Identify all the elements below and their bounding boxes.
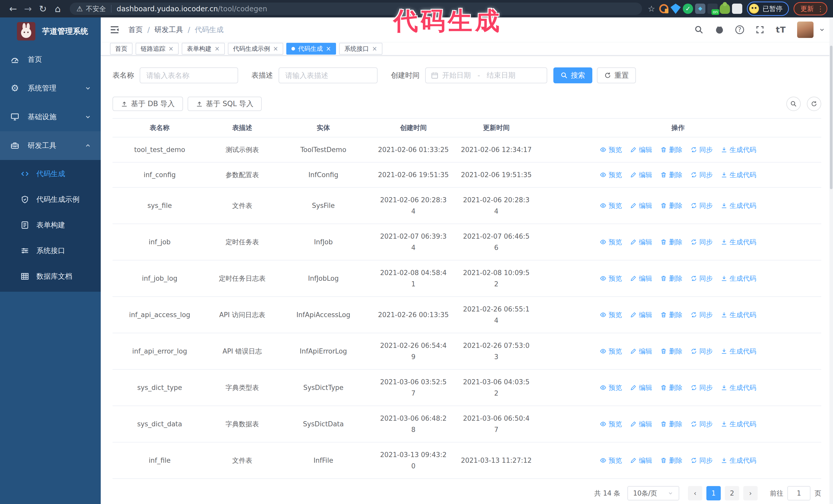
page-size-select[interactable]: 10条/页	[627, 486, 679, 500]
action-delete-link[interactable]: 删除	[660, 418, 682, 430]
browser-update-button[interactable]: 更新 ⋮	[793, 2, 827, 16]
search-button[interactable]: 搜索	[553, 67, 592, 83]
sidebar-item-infrastructure[interactable]: 基础设施	[0, 102, 101, 131]
bookmark-star-icon[interactable]: ☆	[648, 4, 655, 14]
browser-url-bar[interactable]: ⚠ 不安全 dashboard.yudao.iocoder.cn /tool/c…	[70, 3, 642, 15]
import-sql-button[interactable]: 基于 SQL 导入	[188, 97, 262, 111]
browser-menu-kebab-icon[interactable]: ⋮	[817, 5, 824, 13]
action-download-link[interactable]: 生成代码	[721, 418, 756, 430]
action-sync-link[interactable]: 同步	[690, 144, 713, 155]
action-delete-link[interactable]: 删除	[660, 273, 682, 284]
extension-icon[interactable]	[695, 4, 705, 14]
action-edit-link[interactable]: 编辑	[630, 345, 652, 357]
extension-icon[interactable]	[659, 4, 668, 13]
action-edit-link[interactable]: 编辑	[630, 169, 652, 181]
sidebar-item-system-api[interactable]: 系统接口	[0, 238, 101, 264]
next-page-button[interactable]: ›	[743, 486, 758, 500]
action-edit-link[interactable]: 编辑	[630, 455, 652, 466]
close-icon[interactable]: ×	[372, 45, 377, 52]
action-eye-link[interactable]: 预览	[600, 345, 622, 357]
tab-codegen-example[interactable]: 代码生成示例×	[228, 43, 283, 55]
import-db-button[interactable]: 基于 DB 导入	[113, 97, 183, 111]
goto-page-input[interactable]	[787, 486, 810, 500]
action-delete-link[interactable]: 删除	[660, 309, 682, 320]
browser-profile-chip[interactable]: 已暂停	[747, 2, 789, 16]
tab-system-api[interactable]: 系统接口×	[339, 43, 382, 55]
browser-reload-icon[interactable]: ↻	[35, 4, 50, 14]
url-path[interactable]: /tool/codegen	[218, 5, 267, 13]
action-eye-link[interactable]: 预览	[600, 418, 622, 430]
close-icon[interactable]: ×	[215, 45, 220, 52]
action-delete-link[interactable]: 删除	[660, 144, 682, 155]
action-sync-link[interactable]: 同步	[690, 169, 713, 181]
action-eye-link[interactable]: 预览	[600, 273, 622, 284]
breadcrumb-dev-tools[interactable]: 研发工具	[154, 25, 183, 34]
scrollbar-thumb[interactable]	[830, 46, 832, 189]
action-edit-link[interactable]: 编辑	[630, 309, 652, 320]
tab-home[interactable]: 首页	[110, 43, 133, 55]
action-delete-link[interactable]: 删除	[660, 382, 682, 393]
action-delete-link[interactable]: 删除	[660, 345, 682, 357]
tab-form-builder[interactable]: 表单构建×	[182, 43, 225, 55]
action-download-link[interactable]: 生成代码	[721, 144, 756, 155]
help-icon[interactable]: ?	[735, 25, 744, 34]
table-name-input[interactable]	[140, 67, 238, 83]
action-sync-link[interactable]: 同步	[690, 345, 713, 357]
action-sync-link[interactable]: 同步	[690, 273, 713, 284]
action-download-link[interactable]: 生成代码	[721, 236, 756, 248]
table-desc-input[interactable]	[279, 67, 378, 83]
action-delete-link[interactable]: 删除	[660, 236, 682, 248]
browser-home-icon[interactable]: ⌂	[50, 4, 65, 14]
prev-page-button[interactable]: ‹	[688, 486, 702, 500]
action-eye-link[interactable]: 预览	[600, 382, 622, 393]
caret-down-icon[interactable]	[819, 26, 825, 33]
app-logo[interactable]: 芋道管理系统	[0, 18, 101, 45]
action-sync-link[interactable]: 同步	[690, 309, 713, 320]
user-avatar[interactable]	[797, 22, 813, 38]
action-download-link[interactable]: 生成代码	[721, 169, 756, 181]
show-search-toggle-button[interactable]	[786, 97, 801, 111]
action-download-link[interactable]: 生成代码	[721, 200, 756, 211]
scrollbar[interactable]	[829, 18, 833, 504]
sidebar-item-db-docs[interactable]: 数据库文档	[0, 264, 101, 289]
action-sync-link[interactable]: 同步	[690, 200, 713, 211]
breadcrumb-home[interactable]: 首页	[128, 25, 143, 34]
action-edit-link[interactable]: 编辑	[630, 382, 652, 393]
action-eye-link[interactable]: 预览	[600, 309, 622, 320]
url-host[interactable]: dashboard.yudao.iocoder.cn	[117, 5, 218, 13]
action-eye-link[interactable]: 预览	[600, 169, 622, 181]
tab-trace[interactable]: 链路追踪×	[136, 43, 178, 55]
refresh-table-button[interactable]	[807, 97, 821, 111]
sidebar-item-home[interactable]: 首页	[0, 45, 101, 74]
sidebar-item-codegen-example[interactable]: 代码生成示例	[0, 187, 101, 212]
extension-icon[interactable]: ✓	[683, 4, 693, 14]
action-edit-link[interactable]: 编辑	[630, 200, 652, 211]
extension-icon[interactable]: on	[708, 4, 718, 14]
font-size-icon[interactable]: tT	[776, 25, 786, 34]
close-icon[interactable]: ×	[273, 45, 278, 52]
hamburger-icon[interactable]	[110, 25, 120, 35]
page-button-2[interactable]: 2	[725, 486, 739, 500]
date-range-picker[interactable]: 开始日期 - 结束日期	[425, 67, 547, 83]
extension-puzzle-icon[interactable]	[732, 4, 742, 14]
action-download-link[interactable]: 生成代码	[721, 455, 756, 466]
action-edit-link[interactable]: 编辑	[630, 144, 652, 155]
extension-icon[interactable]	[720, 4, 730, 14]
action-eye-link[interactable]: 预览	[600, 455, 622, 466]
sidebar-item-system-management[interactable]: ⚙ 系统管理	[0, 74, 101, 102]
action-edit-link[interactable]: 编辑	[630, 236, 652, 248]
action-edit-link[interactable]: 编辑	[630, 273, 652, 284]
action-delete-link[interactable]: 删除	[660, 455, 682, 466]
browser-forward-icon[interactable]: →	[21, 4, 35, 14]
page-button-1[interactable]: 1	[706, 486, 721, 500]
action-eye-link[interactable]: 预览	[600, 144, 622, 155]
action-sync-link[interactable]: 同步	[690, 382, 713, 393]
tab-code-generation[interactable]: 代码生成×	[286, 43, 336, 55]
sidebar-item-form-builder[interactable]: 表单构建	[0, 212, 101, 238]
github-icon[interactable]	[715, 25, 724, 34]
action-sync-link[interactable]: 同步	[690, 418, 713, 430]
action-eye-link[interactable]: 预览	[600, 200, 622, 211]
action-download-link[interactable]: 生成代码	[721, 273, 756, 284]
close-icon[interactable]: ×	[168, 45, 173, 52]
reset-button[interactable]: 重置	[597, 67, 636, 83]
